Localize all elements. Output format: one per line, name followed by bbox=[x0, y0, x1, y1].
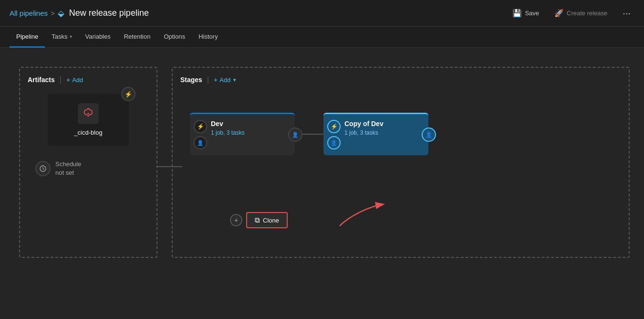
save-icon: 💾 bbox=[512, 9, 522, 18]
dev-person-icon: 👤 bbox=[197, 140, 204, 146]
tab-variables-label: Variables bbox=[85, 33, 111, 40]
save-label: Save bbox=[525, 10, 539, 17]
copy-dev-stage-info: Copy of Dev 1 job, 3 tasks bbox=[344, 120, 423, 149]
tab-variables[interactable]: Variables bbox=[79, 27, 117, 48]
add-artifact-plus-icon: + bbox=[66, 76, 70, 84]
tab-options[interactable]: Options bbox=[157, 27, 192, 48]
tab-history-label: History bbox=[198, 33, 218, 40]
clone-button[interactable]: ⧉ Clone bbox=[246, 212, 288, 228]
breadcrumb-nav: All pipelines > ⬙ New release pipeline bbox=[10, 8, 509, 19]
header-actions: 💾 Save 🚀 Create release ··· bbox=[509, 6, 634, 21]
add-stage-label: Add bbox=[219, 76, 230, 84]
more-options-button[interactable]: ··· bbox=[619, 6, 634, 21]
add-artifact-button[interactable]: + Add bbox=[66, 76, 83, 84]
pipeline-icon: ⬙ bbox=[58, 8, 64, 19]
artifact-git-icon bbox=[78, 103, 99, 124]
artifact-name: _cicd-blog bbox=[74, 129, 102, 136]
dev-stage-inner: ⚡ 👤 Dev 1 job, 3 tasks bbox=[190, 114, 295, 155]
dev-stage-icons: ⚡ 👤 bbox=[194, 120, 207, 149]
stages-section-header: Stages | + Add ▾ bbox=[180, 75, 621, 84]
dev-lightning-icon: ⚡ bbox=[197, 123, 204, 130]
copy-dev-stage-icons: ⚡ 👤 bbox=[327, 120, 341, 149]
stages-panel: Stages | + Add ▾ ⚡ 👤 bbox=[172, 67, 630, 258]
tab-retention[interactable]: Retention bbox=[117, 27, 157, 48]
create-release-icon: 🚀 bbox=[554, 9, 564, 18]
tab-pipeline-label: Pipeline bbox=[16, 33, 38, 40]
tab-retention-label: Retention bbox=[124, 33, 151, 40]
artifacts-title: Artifacts bbox=[28, 76, 55, 84]
page-title: New release pipeline bbox=[69, 8, 149, 18]
add-stage-plus-button[interactable]: + bbox=[230, 214, 242, 226]
dev-stage-person-button[interactable]: 👤 bbox=[194, 136, 207, 149]
copy-dev-lightning-icon: ⚡ bbox=[331, 123, 338, 130]
copy-of-dev-stage-card[interactable]: ⚡ 👤 Copy of Dev 1 job, 3 tasks 👤 bbox=[323, 113, 428, 155]
clone-row: + ⧉ Clone bbox=[230, 212, 288, 228]
dev-stage-info: Dev 1 job, 3 tasks bbox=[211, 120, 289, 149]
schedule-item[interactable]: Schedule not set bbox=[28, 160, 149, 177]
tab-options-label: Options bbox=[164, 33, 185, 40]
copy-dev-stage-person-button[interactable]: 👤 bbox=[327, 136, 341, 149]
copy-dev-stage-tasks: 1 job, 3 tasks bbox=[344, 129, 423, 136]
clone-label: Clone bbox=[263, 217, 279, 224]
artifacts-panel: Artifacts | + Add ⚡ _cicd-blog bbox=[19, 67, 157, 258]
top-header: All pipelines > ⬙ New release pipeline 💾… bbox=[0, 0, 644, 27]
copy-dev-right-person-icon: 👤 bbox=[426, 132, 432, 138]
dev-stage-right-person-button[interactable]: 👤 bbox=[288, 128, 302, 142]
add-artifact-label: Add bbox=[72, 76, 83, 84]
svg-point-0 bbox=[87, 113, 89, 115]
stages-divider: | bbox=[207, 75, 209, 84]
stages-row: ⚡ 👤 Dev 1 job, 3 tasks 👤 bbox=[180, 113, 621, 155]
add-stage-plus-icon: + bbox=[214, 76, 218, 84]
plus-circle-icon: + bbox=[234, 216, 238, 224]
artifact-trigger-button[interactable]: ⚡ bbox=[121, 87, 135, 101]
artifact-card: ⚡ _cicd-blog bbox=[48, 94, 129, 146]
copy-dev-stage-name: Copy of Dev bbox=[344, 120, 423, 128]
main-canvas: Artifacts | + Add ⚡ _cicd-blog bbox=[0, 48, 644, 319]
nav-tabs: Pipeline Tasks ▾ Variables Retention Opt… bbox=[0, 27, 644, 48]
clone-icon: ⧉ bbox=[255, 216, 260, 224]
dev-stage-card[interactable]: ⚡ 👤 Dev 1 job, 3 tasks 👤 bbox=[190, 113, 295, 155]
tab-tasks[interactable]: Tasks ▾ bbox=[45, 27, 78, 48]
tab-pipeline[interactable]: Pipeline bbox=[10, 27, 45, 48]
create-release-label: Create release bbox=[567, 10, 607, 17]
dev-stage-name: Dev bbox=[211, 120, 289, 128]
artifacts-divider: | bbox=[60, 75, 62, 84]
artifacts-section-header: Artifacts | + Add bbox=[28, 75, 149, 84]
tasks-chevron-icon: ▾ bbox=[70, 34, 72, 39]
lightning-trigger-icon: ⚡ bbox=[125, 91, 132, 98]
tab-tasks-label: Tasks bbox=[52, 33, 67, 40]
create-release-button[interactable]: 🚀 Create release bbox=[551, 7, 611, 20]
red-arrow-annotation bbox=[330, 197, 387, 231]
copy-dev-stage-lightning-button[interactable]: ⚡ bbox=[327, 120, 341, 133]
breadcrumb-separator: > bbox=[51, 9, 55, 17]
dev-right-person-icon: 👤 bbox=[292, 132, 299, 138]
stages-title: Stages bbox=[180, 76, 202, 84]
dev-stage-lightning-button[interactable]: ⚡ bbox=[194, 120, 207, 133]
dev-stage-tasks: 1 job, 3 tasks bbox=[211, 129, 289, 136]
add-stage-chevron-icon: ▾ bbox=[233, 77, 236, 83]
copy-dev-stage-right-person-button[interactable]: 👤 bbox=[422, 128, 436, 142]
breadcrumb-all-pipelines[interactable]: All pipelines bbox=[10, 9, 48, 17]
schedule-text: Schedule not set bbox=[55, 160, 81, 177]
copy-dev-stage-inner: ⚡ 👤 Copy of Dev 1 job, 3 tasks bbox=[323, 114, 428, 155]
save-button[interactable]: 💾 Save bbox=[509, 7, 543, 20]
schedule-clock-icon bbox=[35, 161, 51, 176]
add-stage-button[interactable]: + Add ▾ bbox=[214, 76, 236, 84]
tab-history[interactable]: History bbox=[192, 27, 224, 48]
copy-dev-person-icon: 👤 bbox=[331, 140, 337, 146]
